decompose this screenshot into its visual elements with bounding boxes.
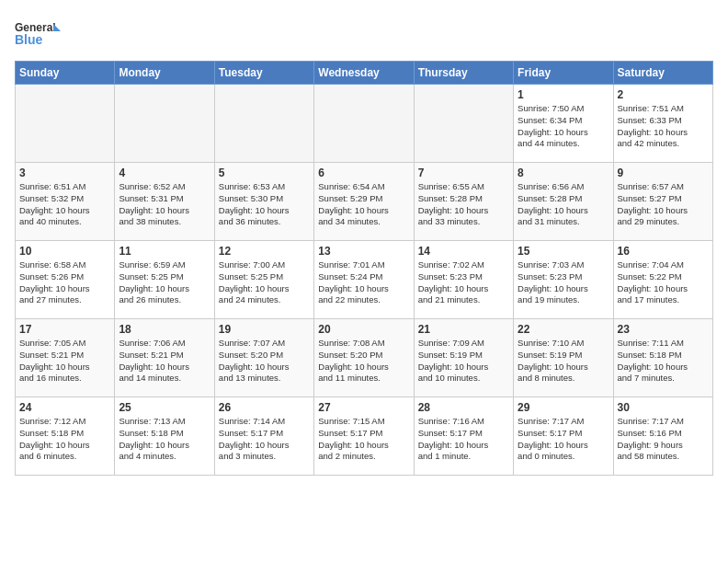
day-number: 12 <box>219 245 310 258</box>
day-info: Sunrise: 7:11 AM Sunset: 5:18 PM Dayligh… <box>618 338 709 385</box>
week-row-3: 10Sunrise: 6:58 AM Sunset: 5:26 PM Dayli… <box>16 241 713 319</box>
week-row-4: 17Sunrise: 7:05 AM Sunset: 5:21 PM Dayli… <box>16 319 713 397</box>
day-info: Sunrise: 7:50 AM Sunset: 6:34 PM Dayligh… <box>518 103 609 150</box>
day-number: 28 <box>418 401 509 414</box>
weekday-header-sunday: Sunday <box>16 62 115 85</box>
calendar-cell: 21Sunrise: 7:09 AM Sunset: 5:19 PM Dayli… <box>414 319 513 397</box>
calendar-cell: 9Sunrise: 6:57 AM Sunset: 5:27 PM Daylig… <box>613 163 712 241</box>
calendar-cell: 29Sunrise: 7:17 AM Sunset: 5:17 PM Dayli… <box>514 397 613 476</box>
day-info: Sunrise: 7:17 AM Sunset: 5:17 PM Dayligh… <box>518 416 609 463</box>
day-number: 2 <box>618 88 709 101</box>
calendar-cell: 7Sunrise: 6:55 AM Sunset: 5:28 PM Daylig… <box>414 163 513 241</box>
calendar-cell <box>314 85 414 163</box>
day-info: Sunrise: 6:55 AM Sunset: 5:28 PM Dayligh… <box>418 181 509 228</box>
weekday-header-friday: Friday <box>514 62 613 85</box>
day-number: 16 <box>618 245 709 258</box>
day-number: 26 <box>219 401 310 414</box>
day-number: 18 <box>119 323 210 336</box>
weekday-header-tuesday: Tuesday <box>214 62 313 85</box>
calendar-cell: 12Sunrise: 7:00 AM Sunset: 5:25 PM Dayli… <box>214 241 313 319</box>
day-info: Sunrise: 7:16 AM Sunset: 5:17 PM Dayligh… <box>418 416 509 463</box>
day-number: 10 <box>19 245 110 258</box>
calendar-cell: 23Sunrise: 7:11 AM Sunset: 5:18 PM Dayli… <box>613 319 712 397</box>
calendar-cell: 20Sunrise: 7:08 AM Sunset: 5:20 PM Dayli… <box>314 319 414 397</box>
day-info: Sunrise: 7:07 AM Sunset: 5:20 PM Dayligh… <box>219 338 310 385</box>
day-info: Sunrise: 7:00 AM Sunset: 5:25 PM Dayligh… <box>219 259 310 306</box>
day-number: 9 <box>618 167 709 179</box>
calendar-cell: 11Sunrise: 6:59 AM Sunset: 5:25 PM Dayli… <box>115 241 214 319</box>
calendar-cell: 30Sunrise: 7:17 AM Sunset: 5:16 PM Dayli… <box>613 397 712 476</box>
weekday-header-monday: Monday <box>115 62 214 85</box>
day-info: Sunrise: 7:04 AM Sunset: 5:22 PM Dayligh… <box>618 259 709 306</box>
calendar-cell: 18Sunrise: 7:06 AM Sunset: 5:21 PM Dayli… <box>115 319 214 397</box>
day-info: Sunrise: 6:52 AM Sunset: 5:31 PM Dayligh… <box>119 181 210 228</box>
day-number: 13 <box>318 245 409 258</box>
calendar-cell: 15Sunrise: 7:03 AM Sunset: 5:23 PM Dayli… <box>514 241 613 319</box>
day-number: 6 <box>318 167 409 179</box>
day-number: 30 <box>618 401 709 414</box>
weekday-header-thursday: Thursday <box>414 62 513 85</box>
calendar-cell: 17Sunrise: 7:05 AM Sunset: 5:21 PM Dayli… <box>16 319 115 397</box>
day-number: 24 <box>19 401 110 414</box>
day-number: 19 <box>219 323 310 336</box>
day-number: 21 <box>418 323 509 336</box>
calendar-cell: 10Sunrise: 6:58 AM Sunset: 5:26 PM Dayli… <box>16 241 115 319</box>
calendar-cell: 13Sunrise: 7:01 AM Sunset: 5:24 PM Dayli… <box>314 241 414 319</box>
calendar-cell: 16Sunrise: 7:04 AM Sunset: 5:22 PM Dayli… <box>613 241 712 319</box>
day-info: Sunrise: 7:05 AM Sunset: 5:21 PM Dayligh… <box>19 338 110 385</box>
day-info: Sunrise: 7:10 AM Sunset: 5:19 PM Dayligh… <box>518 338 609 385</box>
day-number: 22 <box>518 323 609 336</box>
day-number: 4 <box>119 167 210 179</box>
calendar-cell <box>414 85 513 163</box>
calendar-cell: 24Sunrise: 7:12 AM Sunset: 5:18 PM Dayli… <box>16 397 115 476</box>
day-info: Sunrise: 6:54 AM Sunset: 5:29 PM Dayligh… <box>318 181 409 228</box>
calendar-cell: 27Sunrise: 7:15 AM Sunset: 5:17 PM Dayli… <box>314 397 414 476</box>
calendar-cell: 5Sunrise: 6:53 AM Sunset: 5:30 PM Daylig… <box>214 163 313 241</box>
day-number: 29 <box>518 401 609 414</box>
day-number: 25 <box>119 401 210 414</box>
calendar-cell: 26Sunrise: 7:14 AM Sunset: 5:17 PM Dayli… <box>214 397 313 476</box>
calendar-cell: 3Sunrise: 6:51 AM Sunset: 5:32 PM Daylig… <box>16 163 115 241</box>
calendar-cell: 8Sunrise: 6:56 AM Sunset: 5:28 PM Daylig… <box>514 163 613 241</box>
week-row-2: 3Sunrise: 6:51 AM Sunset: 5:32 PM Daylig… <box>16 163 713 241</box>
day-number: 5 <box>219 167 310 179</box>
day-number: 23 <box>618 323 709 336</box>
day-info: Sunrise: 6:58 AM Sunset: 5:26 PM Dayligh… <box>19 259 110 306</box>
day-info: Sunrise: 7:13 AM Sunset: 5:18 PM Dayligh… <box>119 416 210 463</box>
day-info: Sunrise: 7:02 AM Sunset: 5:23 PM Dayligh… <box>418 259 509 306</box>
day-info: Sunrise: 7:17 AM Sunset: 5:16 PM Dayligh… <box>618 416 709 463</box>
day-number: 7 <box>418 167 509 179</box>
day-number: 1 <box>518 88 609 101</box>
day-info: Sunrise: 6:57 AM Sunset: 5:27 PM Dayligh… <box>618 181 709 228</box>
day-info: Sunrise: 6:56 AM Sunset: 5:28 PM Dayligh… <box>518 181 609 228</box>
svg-marker-2 <box>53 24 61 31</box>
day-number: 11 <box>119 245 210 258</box>
week-row-5: 24Sunrise: 7:12 AM Sunset: 5:18 PM Dayli… <box>16 397 713 476</box>
calendar-cell: 4Sunrise: 6:52 AM Sunset: 5:31 PM Daylig… <box>115 163 214 241</box>
day-info: Sunrise: 7:03 AM Sunset: 5:23 PM Dayligh… <box>518 259 609 306</box>
day-info: Sunrise: 7:08 AM Sunset: 5:20 PM Dayligh… <box>318 338 409 385</box>
logo-svg: General Blue <box>15 15 61 52</box>
week-row-1: 1Sunrise: 7:50 AM Sunset: 6:34 PM Daylig… <box>16 85 713 163</box>
day-info: Sunrise: 7:15 AM Sunset: 5:17 PM Dayligh… <box>318 416 409 463</box>
day-info: Sunrise: 7:01 AM Sunset: 5:24 PM Dayligh… <box>318 259 409 306</box>
day-info: Sunrise: 7:09 AM Sunset: 5:19 PM Dayligh… <box>418 338 509 385</box>
weekday-header-row: SundayMondayTuesdayWednesdayThursdayFrid… <box>16 62 713 85</box>
day-info: Sunrise: 6:59 AM Sunset: 5:25 PM Dayligh… <box>119 259 210 306</box>
calendar-cell: 14Sunrise: 7:02 AM Sunset: 5:23 PM Dayli… <box>414 241 513 319</box>
weekday-header-saturday: Saturday <box>613 62 712 85</box>
calendar-cell <box>115 85 214 163</box>
calendar-cell: 25Sunrise: 7:13 AM Sunset: 5:18 PM Dayli… <box>115 397 214 476</box>
calendar-cell: 28Sunrise: 7:16 AM Sunset: 5:17 PM Dayli… <box>414 397 513 476</box>
day-number: 27 <box>318 401 409 414</box>
logo: General Blue <box>15 15 61 52</box>
calendar-table: SundayMondayTuesdayWednesdayThursdayFrid… <box>15 61 713 476</box>
calendar-cell: 22Sunrise: 7:10 AM Sunset: 5:19 PM Dayli… <box>514 319 613 397</box>
day-info: Sunrise: 7:51 AM Sunset: 6:33 PM Dayligh… <box>618 103 709 150</box>
calendar-cell <box>16 85 115 163</box>
calendar-cell: 6Sunrise: 6:54 AM Sunset: 5:29 PM Daylig… <box>314 163 414 241</box>
header: General Blue <box>15 15 713 52</box>
day-info: Sunrise: 7:12 AM Sunset: 5:18 PM Dayligh… <box>19 416 110 463</box>
day-number: 8 <box>518 167 609 179</box>
day-number: 14 <box>418 245 509 258</box>
